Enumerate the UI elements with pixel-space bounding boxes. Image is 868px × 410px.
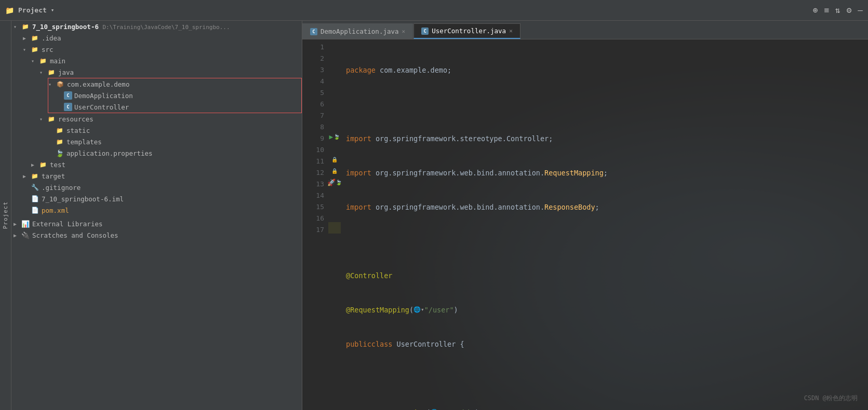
external-libraries[interactable]: ▶ 📊 External Libraries xyxy=(11,218,302,229)
iml-icon: 📄 xyxy=(30,194,39,203)
user-controller-label: UserController xyxy=(74,103,301,111)
run-icon-line9[interactable]: ▶ xyxy=(329,133,333,141)
static-label: static xyxy=(66,127,302,134)
gitignore-icon: 🔧 xyxy=(30,183,39,192)
top-bar: 📁 Project ▾ ⊕ ≡ ⇅ ⚙ — xyxy=(0,0,868,21)
static-folder-icon: 📁 xyxy=(55,126,64,135)
gitignore-file[interactable]: ▶ 🔧 .gitignore xyxy=(11,182,302,193)
java-label: java xyxy=(58,69,302,76)
iml-label: 7_10_springboot-6.iml xyxy=(42,195,302,203)
tab-user-icon: C xyxy=(421,28,429,35)
main-folder-icon: 📁 xyxy=(38,56,48,65)
iml-file[interactable]: ▶ 📄 7_10_springboot-6.iml xyxy=(11,193,302,204)
code-line-4: import org.springframework.web.bind.anno… xyxy=(341,167,868,179)
resources-label: resources xyxy=(58,115,302,123)
tab-demo-label: DemoApplication.java xyxy=(321,28,399,35)
tab-user-close[interactable]: ✕ xyxy=(509,28,513,34)
toolbar-icons: ⊕ ≡ ⇅ ⚙ — xyxy=(813,5,863,15)
test-label: test xyxy=(50,161,302,169)
settings-icon[interactable]: ⊕ xyxy=(813,5,818,15)
gear-icon[interactable]: ⚙ xyxy=(847,5,852,15)
code-content[interactable]: package com.example.demo; import org.spr… xyxy=(341,39,868,410)
lock-icon-line11: 🔒 xyxy=(331,157,338,162)
gutter: ▶ 🍃 🔒 🔒 🚀 🍃 xyxy=(328,39,341,410)
user-controller-icon: C xyxy=(64,103,72,111)
target-folder[interactable]: ▶ 📁 target xyxy=(11,170,302,182)
java-folder-icon: 📁 xyxy=(47,67,56,77)
library-icon: 📊 xyxy=(21,219,30,228)
java-folder[interactable]: ▾ 📁 java xyxy=(11,66,302,78)
src-folder[interactable]: ▾ 📁 src xyxy=(11,44,302,55)
package-folder[interactable]: ▾ 📦 com.example.demo xyxy=(48,78,301,90)
pom-file[interactable]: ▶ 📄 pom.xml xyxy=(11,204,302,216)
code-line-5: import org.springframework.web.bind.anno… xyxy=(341,201,868,213)
code-line-7: @Controller xyxy=(341,270,868,281)
scratches-icon: 🔌 xyxy=(21,230,30,240)
project-icon: 📁 xyxy=(5,6,14,15)
code-line-11: @RequestMapping(🌐▾"/sayhi") xyxy=(341,407,868,410)
tab-demo-close[interactable]: ✕ xyxy=(402,28,406,35)
properties-label: application.properties xyxy=(66,149,302,157)
idea-folder[interactable]: ▶ 📁 .idea xyxy=(11,32,302,44)
tab-user-label: UserController.java xyxy=(432,27,506,35)
idea-label: .idea xyxy=(42,34,302,42)
code-container[interactable]: 1 2 3 4 5 6 7 8 9 10 11 12 13 14 15 16 1… xyxy=(302,39,868,410)
package-icon: 📦 xyxy=(56,79,65,89)
application-properties-file[interactable]: ▶ 🍃 application.properties xyxy=(11,147,302,159)
code-line-8: @RequestMapping(🌐▾"/user") xyxy=(341,304,868,316)
spring-icon-line9: 🍃 xyxy=(333,134,340,140)
main-folder[interactable]: ▾ 📁 main xyxy=(11,55,302,66)
watermark: CSDN @粉色的志明 xyxy=(804,394,858,403)
code-line-9: public class UserController { xyxy=(341,338,868,350)
project-folder-icon: 📁 xyxy=(21,22,30,31)
code-line-3: import org.springframework.stereotype.Co… xyxy=(341,133,868,144)
root-path: D:\Training\JavaCode\7_10_springbo... xyxy=(102,24,230,31)
test-folder-icon: 📁 xyxy=(38,160,48,169)
demo-application-file[interactable]: ▶ C DemoApplication xyxy=(48,90,301,101)
list-icon[interactable]: ≡ xyxy=(824,5,829,15)
resources-folder[interactable]: ▾ 📁 resources xyxy=(11,113,302,125)
properties-icon: 🍃 xyxy=(55,148,64,158)
title-arrow: ▾ xyxy=(51,7,55,13)
idea-folder-icon: 📁 xyxy=(30,33,39,43)
run-icon-line13[interactable]: 🚀 xyxy=(327,179,336,186)
user-controller-file[interactable]: ▶ C UserController xyxy=(48,101,301,113)
package-label: com.example.demo xyxy=(67,80,301,88)
project-root[interactable]: ▾ 📁 7_10_springboot-6 D:\Training\JavaCo… xyxy=(11,21,302,32)
root-arrow: ▾ xyxy=(14,24,21,30)
scratches-consoles[interactable]: ▶ 🔌 Scratches and Consoles xyxy=(11,229,302,241)
spring-icon-line13: 🍃 xyxy=(336,180,342,185)
sidebar-label: Project xyxy=(0,21,11,410)
pom-icon: 📄 xyxy=(30,206,39,215)
pom-label: pom.xml xyxy=(42,207,302,214)
external-libraries-label: External Libraries xyxy=(32,220,302,228)
templates-folder[interactable]: ▶ 📁 templates xyxy=(11,136,302,147)
tab-bar: C DemoApplication.java ✕ C UserControlle… xyxy=(302,21,868,39)
root-name: 7_10_springboot-6 xyxy=(32,23,99,31)
test-folder[interactable]: ▶ 📁 test xyxy=(11,159,302,170)
project-panel[interactable]: ▾ 📁 7_10_springboot-6 D:\Training\JavaCo… xyxy=(11,21,302,410)
tab-demo-application[interactable]: C DemoApplication.java ✕ xyxy=(302,23,413,39)
demo-application-label: DemoApplication xyxy=(74,92,301,100)
tab-user-controller[interactable]: C UserController.java ✕ xyxy=(413,23,520,39)
src-folder-icon: 📁 xyxy=(30,45,39,54)
templates-label: templates xyxy=(66,138,302,146)
target-folder-icon: 📁 xyxy=(30,171,39,181)
editor-area: C DemoApplication.java ✕ C UserControlle… xyxy=(302,21,868,410)
code-line-1: package com.example.demo; xyxy=(341,64,868,76)
code-line-6 xyxy=(341,236,868,247)
line-numbers: 1 2 3 4 5 6 7 8 9 10 11 12 13 14 15 16 1… xyxy=(302,39,328,410)
resources-folder-icon: 📁 xyxy=(47,114,56,124)
lock-icon-line12: 🔒 xyxy=(331,168,338,174)
target-label: target xyxy=(42,172,302,180)
sort-icon[interactable]: ⇅ xyxy=(835,5,840,15)
project-title: Project xyxy=(18,6,47,14)
static-folder[interactable]: ▶ 📁 static xyxy=(11,125,302,136)
demo-class-icon: C xyxy=(64,91,72,100)
code-line-10 xyxy=(341,373,868,384)
tab-demo-icon: C xyxy=(310,28,317,35)
gitignore-label: .gitignore xyxy=(42,184,302,192)
code-line-2 xyxy=(341,99,868,110)
main-label: main xyxy=(50,57,302,65)
minimize-icon[interactable]: — xyxy=(858,5,863,15)
